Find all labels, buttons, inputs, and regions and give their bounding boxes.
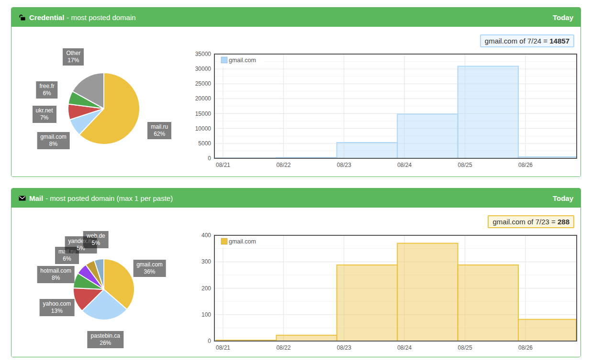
y-tick-label: 10000 bbox=[195, 125, 212, 132]
x-tick-label: 08/25 bbox=[458, 344, 472, 351]
legend-color-box bbox=[221, 57, 227, 63]
legend-color-box bbox=[221, 238, 227, 244]
panel-title: Credential bbox=[29, 13, 64, 22]
legend: gmail.com bbox=[217, 237, 264, 248]
y-tick-label: 5000 bbox=[198, 140, 211, 147]
hover-value-badge: gmail.com of 7/23 = 288 bbox=[488, 215, 574, 228]
x-tick-label: 08/21 bbox=[216, 344, 230, 351]
x-tick-label: 08/22 bbox=[276, 162, 290, 168]
y-tick-label: 0 bbox=[208, 155, 211, 162]
x-tick-label: 08/23 bbox=[337, 344, 351, 351]
x-tick-label: 08/22 bbox=[276, 344, 290, 351]
legend-label: gmail.com bbox=[229, 238, 256, 245]
pie-label-free-fr: free.fr6% bbox=[36, 81, 57, 99]
badge-label: gmail.com of 7/23 = bbox=[492, 218, 557, 226]
x-tick-label: 08/24 bbox=[397, 344, 412, 351]
legend: gmail.com bbox=[217, 56, 264, 66]
y-tick-label: 0 bbox=[208, 338, 211, 344]
period-label: Today bbox=[553, 194, 573, 202]
pie-label-yahoo-com: yahoo.com13% bbox=[40, 299, 75, 316]
badge-label: gmail.com of 7/24 = bbox=[485, 37, 549, 45]
badge-value: 14857 bbox=[549, 37, 570, 45]
credential-charts-canvas[interactable]: gmail.com0500010000150002000025000300003… bbox=[11, 27, 581, 176]
pie-label-pastebin-ca: pastebin.ca26% bbox=[88, 331, 123, 348]
pie-label-other: Other17% bbox=[63, 48, 84, 66]
pie-label-hotmail-com: hotmail.com8% bbox=[37, 266, 75, 283]
mail-panel: Mail - most posted domain (max 1 per pas… bbox=[11, 188, 581, 357]
pie-label-web-de: web.de5% bbox=[83, 231, 109, 248]
y-tick-label: 200 bbox=[201, 285, 211, 292]
bar-series-gmail-com[interactable] bbox=[216, 66, 576, 159]
x-tick-label: 08/23 bbox=[337, 162, 351, 168]
panel-subtitle: - most posted domain (max 1 per paste) bbox=[45, 194, 173, 202]
unlock-icon bbox=[19, 14, 26, 21]
credential-panel: Credential - most posted domain Today gm… bbox=[11, 7, 581, 177]
y-tick-label: 400 bbox=[201, 232, 211, 239]
period-label: Today bbox=[553, 13, 573, 22]
x-tick-label: 08/26 bbox=[518, 162, 533, 168]
y-tick-label: 30000 bbox=[195, 66, 212, 72]
x-tick-label: 08/24 bbox=[397, 162, 412, 168]
hover-value-badge: gmail.com of 7/24 = 14857 bbox=[480, 34, 574, 47]
bar-08-23[interactable] bbox=[337, 265, 397, 341]
badge-value: 288 bbox=[558, 218, 570, 226]
credential-panel-body: gmail.com of 7/24 = 14857 gmail.com05000… bbox=[11, 27, 581, 176]
x-tick-label: 08/26 bbox=[518, 344, 533, 351]
y-tick-label: 300 bbox=[201, 258, 211, 265]
panel-title: Mail bbox=[29, 194, 43, 202]
bar-08-23[interactable] bbox=[337, 143, 397, 158]
bar-series-gmail-com[interactable] bbox=[216, 243, 576, 341]
legend-label: gmail.com bbox=[229, 57, 256, 64]
bar-08-25[interactable] bbox=[458, 66, 518, 159]
pie-label-gmail-com: gmail.com36% bbox=[133, 260, 166, 277]
x-tick-label: 08/25 bbox=[458, 162, 472, 168]
x-tick-label: 08/21 bbox=[216, 162, 230, 168]
pie-label-ukr-net: ukr.net7% bbox=[33, 106, 56, 123]
mail-panel-header: Mail - most posted domain (max 1 per pas… bbox=[11, 188, 581, 208]
pie-chart[interactable] bbox=[68, 73, 140, 144]
y-tick-label: 100 bbox=[201, 311, 211, 318]
envelope-icon bbox=[19, 195, 26, 202]
credential-panel-header: Credential - most posted domain Today bbox=[11, 8, 581, 27]
y-tick-label: 20000 bbox=[195, 95, 212, 102]
y-tick-label: 15000 bbox=[195, 110, 212, 117]
pie-chart[interactable] bbox=[73, 259, 134, 320]
mail-panel-body: gmail.com of 7/23 = 288 gmail.com0100200… bbox=[11, 208, 581, 357]
pie-label-mail-ru: mail.ru62% bbox=[147, 122, 171, 139]
y-tick-label: 35000 bbox=[195, 51, 212, 57]
bar-08-24[interactable] bbox=[397, 243, 458, 341]
bar-08-22[interactable] bbox=[276, 335, 336, 341]
panel-subtitle: - most posted domain bbox=[67, 13, 135, 22]
bar-08-26[interactable] bbox=[518, 320, 576, 341]
y-tick-label: 25000 bbox=[195, 80, 212, 87]
bar-08-25[interactable] bbox=[458, 265, 518, 341]
pie-label-gmail-com: gmail.com8% bbox=[37, 132, 70, 149]
bar-08-24[interactable] bbox=[397, 114, 458, 159]
